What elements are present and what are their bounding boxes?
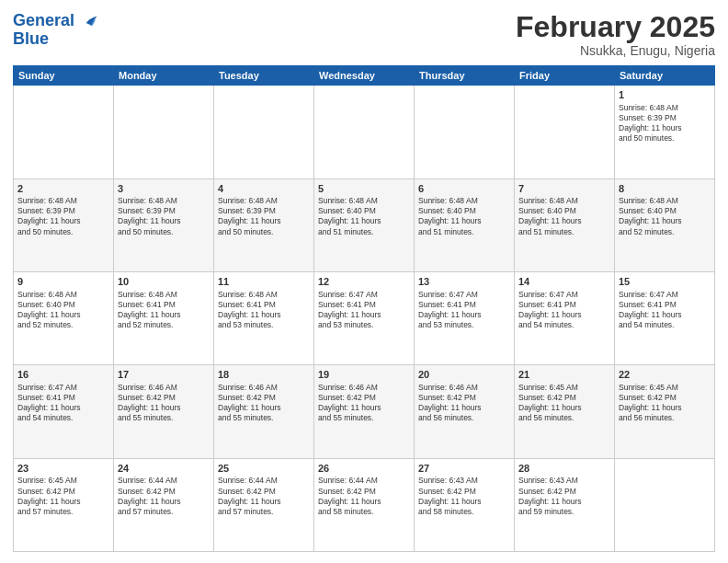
day-detail: Sunrise: 6:43 AMSunset: 6:42 PMDaylight:…: [418, 476, 510, 516]
weekday-header-sunday: Sunday: [14, 66, 114, 86]
day-detail: Sunrise: 6:48 AMSunset: 6:40 PMDaylight:…: [418, 196, 510, 236]
day-number: 3: [118, 182, 210, 196]
logo-text: General: [13, 11, 101, 31]
title-section: February 2025 Nsukka, Enugu, Nigeria: [516, 11, 715, 58]
calendar-cell: 27Sunrise: 6:43 AMSunset: 6:42 PMDayligh…: [415, 458, 515, 551]
calendar-header-row: SundayMondayTuesdayWednesdayThursdayFrid…: [14, 66, 715, 86]
calendar-cell: [314, 86, 415, 178]
calendar-cell: [214, 86, 314, 178]
day-number: 9: [17, 275, 109, 289]
day-number: 14: [518, 275, 610, 289]
calendar-week-row: 16Sunrise: 6:47 AMSunset: 6:41 PMDayligh…: [14, 365, 715, 458]
calendar-cell: 13Sunrise: 6:47 AMSunset: 6:41 PMDayligh…: [415, 271, 515, 364]
header: General Blue February 2025 Nsukka, Enugu…: [13, 11, 715, 58]
day-number: 11: [218, 275, 310, 289]
calendar-cell: [14, 86, 114, 178]
weekday-header-saturday: Saturday: [615, 66, 715, 86]
day-detail: Sunrise: 6:46 AMSunset: 6:42 PMDaylight:…: [318, 383, 410, 423]
day-number: 23: [17, 462, 109, 476]
logo: General Blue: [13, 11, 101, 49]
day-number: 7: [518, 182, 610, 196]
day-number: 27: [418, 462, 510, 476]
calendar-cell: [515, 86, 615, 178]
day-number: 12: [318, 275, 410, 289]
calendar-cell: 18Sunrise: 6:46 AMSunset: 6:42 PMDayligh…: [214, 365, 314, 458]
logo-bird-icon: [81, 11, 101, 31]
calendar-cell: 24Sunrise: 6:44 AMSunset: 6:42 PMDayligh…: [114, 458, 214, 551]
calendar-cell: 14Sunrise: 6:47 AMSunset: 6:41 PMDayligh…: [515, 271, 615, 364]
day-detail: Sunrise: 6:48 AMSunset: 6:40 PMDaylight:…: [518, 196, 610, 236]
calendar-cell: 16Sunrise: 6:47 AMSunset: 6:41 PMDayligh…: [14, 365, 114, 458]
day-number: 28: [518, 462, 610, 476]
weekday-header-tuesday: Tuesday: [214, 66, 314, 86]
weekday-header-monday: Monday: [114, 66, 214, 86]
day-detail: Sunrise: 6:44 AMSunset: 6:42 PMDaylight:…: [318, 476, 410, 516]
day-detail: Sunrise: 6:45 AMSunset: 6:42 PMDaylight:…: [518, 383, 610, 423]
day-number: 22: [619, 368, 711, 382]
day-detail: Sunrise: 6:45 AMSunset: 6:42 PMDaylight:…: [619, 383, 711, 423]
day-number: 13: [418, 275, 510, 289]
calendar-cell: 9Sunrise: 6:48 AMSunset: 6:40 PMDaylight…: [14, 271, 114, 364]
calendar-cell: 3Sunrise: 6:48 AMSunset: 6:39 PMDaylight…: [114, 178, 214, 271]
day-detail: Sunrise: 6:44 AMSunset: 6:42 PMDaylight:…: [218, 476, 310, 516]
calendar-cell: 19Sunrise: 6:46 AMSunset: 6:42 PMDayligh…: [314, 365, 415, 458]
calendar-table: SundayMondayTuesdayWednesdayThursdayFrid…: [13, 65, 715, 552]
day-number: 16: [17, 368, 109, 382]
calendar-cell: 26Sunrise: 6:44 AMSunset: 6:42 PMDayligh…: [314, 458, 415, 551]
calendar-cell: 25Sunrise: 6:44 AMSunset: 6:42 PMDayligh…: [214, 458, 314, 551]
day-number: 25: [218, 462, 310, 476]
calendar-cell: 8Sunrise: 6:48 AMSunset: 6:40 PMDaylight…: [615, 178, 715, 271]
calendar-cell: 6Sunrise: 6:48 AMSunset: 6:40 PMDaylight…: [415, 178, 515, 271]
calendar-cell: 22Sunrise: 6:45 AMSunset: 6:42 PMDayligh…: [615, 365, 715, 458]
calendar-cell: 11Sunrise: 6:48 AMSunset: 6:41 PMDayligh…: [214, 271, 314, 364]
calendar-cell: 20Sunrise: 6:46 AMSunset: 6:42 PMDayligh…: [415, 365, 515, 458]
day-detail: Sunrise: 6:43 AMSunset: 6:42 PMDaylight:…: [518, 476, 610, 516]
calendar-cell: 23Sunrise: 6:45 AMSunset: 6:42 PMDayligh…: [14, 458, 114, 551]
calendar-cell: 7Sunrise: 6:48 AMSunset: 6:40 PMDaylight…: [515, 178, 615, 271]
calendar-week-row: 2Sunrise: 6:48 AMSunset: 6:39 PMDaylight…: [14, 178, 715, 271]
calendar-week-row: 1Sunrise: 6:48 AMSunset: 6:39 PMDaylight…: [14, 86, 715, 178]
day-number: 1: [619, 88, 711, 102]
day-detail: Sunrise: 6:48 AMSunset: 6:41 PMDaylight:…: [118, 290, 210, 330]
day-detail: Sunrise: 6:48 AMSunset: 6:40 PMDaylight:…: [318, 196, 410, 236]
day-number: 18: [218, 368, 310, 382]
day-detail: Sunrise: 6:48 AMSunset: 6:39 PMDaylight:…: [218, 196, 310, 236]
weekday-header-wednesday: Wednesday: [314, 66, 415, 86]
day-number: 24: [118, 462, 210, 476]
calendar-cell: 2Sunrise: 6:48 AMSunset: 6:39 PMDaylight…: [14, 178, 114, 271]
day-number: 19: [318, 368, 410, 382]
location: Nsukka, Enugu, Nigeria: [516, 43, 715, 58]
day-detail: Sunrise: 6:46 AMSunset: 6:42 PMDaylight:…: [218, 383, 310, 423]
calendar-cell: 10Sunrise: 6:48 AMSunset: 6:41 PMDayligh…: [114, 271, 214, 364]
weekday-header-friday: Friday: [515, 66, 615, 86]
day-detail: Sunrise: 6:45 AMSunset: 6:42 PMDaylight:…: [17, 476, 109, 516]
day-detail: Sunrise: 6:48 AMSunset: 6:39 PMDaylight:…: [17, 196, 109, 236]
day-number: 8: [619, 182, 711, 196]
day-detail: Sunrise: 6:47 AMSunset: 6:41 PMDaylight:…: [518, 290, 610, 330]
calendar-cell: 28Sunrise: 6:43 AMSunset: 6:42 PMDayligh…: [515, 458, 615, 551]
calendar-cell: 12Sunrise: 6:47 AMSunset: 6:41 PMDayligh…: [314, 271, 415, 364]
day-number: 26: [318, 462, 410, 476]
day-number: 4: [218, 182, 310, 196]
calendar-cell: 1Sunrise: 6:48 AMSunset: 6:39 PMDaylight…: [615, 86, 715, 178]
day-number: 17: [118, 368, 210, 382]
day-number: 6: [418, 182, 510, 196]
calendar-cell: [615, 458, 715, 551]
calendar-cell: 21Sunrise: 6:45 AMSunset: 6:42 PMDayligh…: [515, 365, 615, 458]
page: General Blue February 2025 Nsukka, Enugu…: [0, 0, 728, 563]
day-detail: Sunrise: 6:46 AMSunset: 6:42 PMDaylight:…: [118, 383, 210, 423]
calendar-cell: [415, 86, 515, 178]
calendar-cell: 17Sunrise: 6:46 AMSunset: 6:42 PMDayligh…: [114, 365, 214, 458]
day-number: 21: [518, 368, 610, 382]
day-detail: Sunrise: 6:48 AMSunset: 6:39 PMDaylight:…: [619, 103, 711, 144]
calendar-week-row: 9Sunrise: 6:48 AMSunset: 6:40 PMDaylight…: [14, 271, 715, 364]
day-number: 5: [318, 182, 410, 196]
weekday-header-thursday: Thursday: [415, 66, 515, 86]
calendar-week-row: 23Sunrise: 6:45 AMSunset: 6:42 PMDayligh…: [14, 458, 715, 551]
month-title: February 2025: [516, 11, 715, 43]
day-number: 2: [17, 182, 109, 196]
day-detail: Sunrise: 6:47 AMSunset: 6:41 PMDaylight:…: [318, 290, 410, 330]
day-detail: Sunrise: 6:48 AMSunset: 6:40 PMDaylight:…: [619, 196, 711, 236]
logo-blue-text: Blue: [13, 29, 101, 49]
calendar-cell: 5Sunrise: 6:48 AMSunset: 6:40 PMDaylight…: [314, 178, 415, 271]
